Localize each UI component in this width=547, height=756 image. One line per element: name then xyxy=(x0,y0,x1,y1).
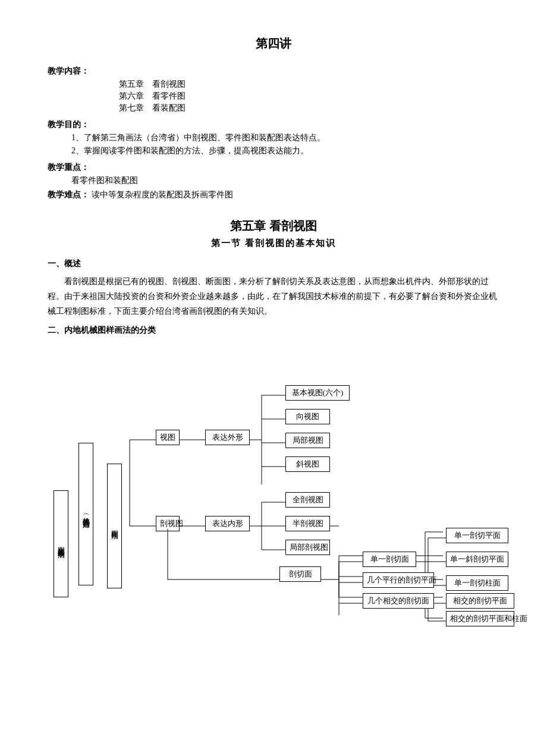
box-xieshitu: 斜视图 xyxy=(285,456,330,472)
classification-diagram: 图样的基本表示法 （机件的表达方法一） 图样画法 视图 表达外形 基本视图(六个… xyxy=(48,348,499,633)
box-danyipoumian: 单一剖切面 xyxy=(363,552,416,567)
teaching-key-section: 教学重点： 看零件图和装配图 xyxy=(48,162,499,186)
section2-title: 二、内地机械图样画法的分类 xyxy=(48,325,499,336)
teaching-key-label: 教学重点： xyxy=(48,163,89,172)
box-danyijianzhumi: 单一剖切柱面 xyxy=(446,575,508,591)
teaching-content-items: 第五章 看剖视图 第六章 看零件图 第七章 看装配图 xyxy=(48,79,499,114)
box-xiangjiaoqiemian: 相交的剖切平面 xyxy=(446,593,514,609)
box-tuyanghuafa: 图样画法 xyxy=(107,464,122,588)
content-item-1: 第五章 看剖视图 xyxy=(119,79,499,90)
content-item-3: 第七章 看装配图 xyxy=(119,103,499,114)
box-jibenbiaoshiping: 图样的基本表示法 xyxy=(54,490,68,597)
teaching-goal-section: 教学目的： 1、了解第三角画法（台湾省）中剖视图、零件图和装配图表达特点。 2、… xyxy=(48,119,499,156)
box-jijianbiaodafangfa: （机件的表达方法一） xyxy=(78,443,93,585)
box-xiangshitu: 向视图 xyxy=(285,409,330,424)
box-jibenshitu: 基本视图(六个) xyxy=(285,385,350,401)
page-title: 第四讲 xyxy=(48,36,499,52)
goal-item-1: 1、了解第三角画法（台湾省）中剖视图、零件图和装配图表达特点。 xyxy=(71,133,499,143)
teaching-content-label: 教学内容： xyxy=(48,66,499,77)
box-poushitu: 剖视图 xyxy=(156,516,180,531)
teaching-goal-label: 教学目的： xyxy=(48,119,499,130)
box-jigesxpoumian: 几个相交的剖切面 xyxy=(363,593,434,609)
box-shitu: 视图 xyxy=(156,430,180,445)
box-quanjian: 全剖视图 xyxy=(285,492,330,508)
teaching-difficulty-content: 读中等复杂程度的装配图及拆画零件图 xyxy=(92,190,233,199)
goal-item-2: 2、掌握阅读零件图和装配图的方法、步骤，提高视图表达能力。 xyxy=(71,146,499,156)
content-item-2: 第六章 看零件图 xyxy=(119,91,499,102)
box-banjian: 半剖视图 xyxy=(285,516,330,531)
box-jigebjpoumian: 几个平行的剖切平面 xyxy=(363,572,434,588)
box-jubujian: 局部剖视图 xyxy=(285,540,330,555)
teaching-goal-items: 1、了解第三角画法（台湾省）中剖视图、零件图和装配图表达特点。 2、掌握阅读零件… xyxy=(48,133,499,156)
subsection1-title: 一、概述 xyxy=(48,259,499,269)
section-title: 第一节 看剖视图的基本知识 xyxy=(48,238,499,249)
box-danyiqiepingmian: 单一剖切平面 xyxy=(446,528,508,543)
paragraph1: 看剖视图是根据已有的视图、剖视图、断面图，来分析了解剖切关系及表达意图，从而想象… xyxy=(48,274,499,319)
teaching-difficulty-section: 教学难点： 读中等复杂程度的装配图及拆画零件图 xyxy=(48,190,499,200)
chapter-title: 第五章 看剖视图 xyxy=(48,218,499,234)
box-jubushitu: 局部视图 xyxy=(285,433,330,448)
box-poumian: 剖切面 xyxy=(279,566,321,582)
box-danyixieqiemian: 单一斜剖切平面 xyxy=(446,552,508,567)
box-biaodaleixing2: 表达内形 xyxy=(205,516,250,531)
teaching-content-section: 教学内容： 第五章 看剖视图 第六章 看零件图 第七章 看装配图 xyxy=(48,66,499,114)
teaching-difficulty-label: 教学难点： xyxy=(48,190,89,199)
teaching-key-content: 看零件图和装配图 xyxy=(48,175,499,186)
box-xiangjiaoqiehezhumi: 相交的剖切平面和柱面 xyxy=(446,611,514,626)
box-biaodaleixing1: 表达外形 xyxy=(205,430,250,445)
